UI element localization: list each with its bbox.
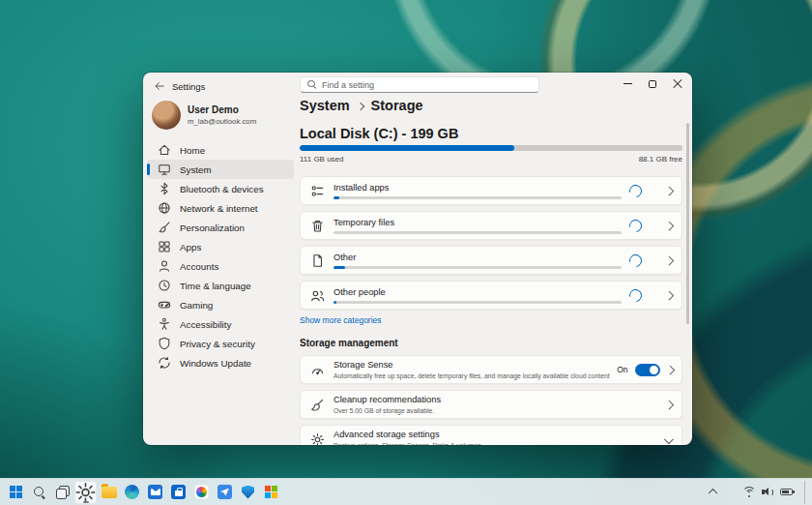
- store-button[interactable]: [167, 481, 189, 504]
- card-title: Storage Sense: [334, 360, 610, 370]
- scrollbar-thumb[interactable]: [686, 123, 689, 324]
- user-email: m_lab@outlook.com: [188, 117, 256, 126]
- category-label: Installed apps: [334, 183, 624, 193]
- sidebar-item-windows-update[interactable]: Windows Update: [147, 353, 294, 372]
- card-description: Automatically free up space, delete temp…: [334, 372, 610, 379]
- sidebar-item-label: Accessibility: [180, 319, 231, 330]
- category-progress-track: [334, 301, 622, 304]
- sidebar-item-apps[interactable]: Apps: [147, 237, 294, 256]
- card-title: Advanced storage settings: [334, 430, 481, 439]
- sidebar-item-personalization[interactable]: Personalization: [147, 218, 294, 237]
- cleanup-recommendations-card[interactable]: Cleanup recommendations Over 5.00 GB of …: [300, 390, 682, 419]
- home-icon: [158, 143, 171, 157]
- avatar[interactable]: [152, 101, 181, 130]
- category-temporary-files[interactable]: Temporary files: [300, 211, 682, 240]
- sidebar-item-label: System: [180, 164, 212, 175]
- gear-icon: [310, 432, 325, 446]
- microsoft-logo-icon: [265, 486, 277, 498]
- chevron-right-icon: [664, 290, 673, 299]
- mail-button[interactable]: [144, 481, 166, 504]
- installed-apps-icon: [310, 184, 325, 198]
- paper-plane-icon: [218, 485, 232, 499]
- sidebar-item-home[interactable]: Home: [147, 140, 294, 160]
- storage-sense-toggle[interactable]: [635, 364, 660, 376]
- advanced-storage-settings-card[interactable]: Advanced storage settings Backup options…: [300, 425, 682, 445]
- category-other[interactable]: Other: [300, 246, 682, 275]
- sidebar-item-label: Accounts: [180, 261, 218, 272]
- taskbar-search-button[interactable]: [28, 481, 50, 504]
- sidebar-item-privacy-security[interactable]: Privacy & security: [147, 334, 294, 353]
- sidebar-item-system[interactable]: System: [147, 160, 294, 179]
- sidebar-item-accounts[interactable]: Accounts: [147, 256, 294, 276]
- defender-button[interactable]: [237, 481, 259, 504]
- gamepad-icon: [158, 298, 171, 312]
- sidebar-item-bluetooth-devices[interactable]: Bluetooth & devices: [147, 179, 294, 198]
- show-more-categories-link[interactable]: Show more categories: [300, 315, 382, 325]
- breadcrumb-parent[interactable]: System: [300, 98, 350, 113]
- sidebar-item-network-internet[interactable]: Network & internet: [147, 198, 294, 218]
- start-button[interactable]: [5, 481, 27, 504]
- shield-icon: [158, 337, 171, 350]
- photos-icon: [194, 485, 209, 499]
- sidebar-item-label: Network & internet: [180, 203, 258, 214]
- tray-overflow-button[interactable]: [703, 481, 722, 504]
- file-explorer-button[interactable]: [98, 481, 120, 504]
- category-progress-fill: [334, 196, 339, 199]
- defender-shield-icon: [242, 486, 254, 499]
- card-text: Cleanup recommendations Over 5.00 GB of …: [334, 395, 441, 414]
- show-desktop-button[interactable]: [804, 481, 809, 504]
- send-app-button[interactable]: [214, 481, 236, 504]
- edge-icon: [125, 485, 139, 499]
- loading-spinner: [626, 182, 644, 199]
- sidebar: User Demo m_lab@outlook.com Home System …: [143, 73, 300, 445]
- task-view-icon: [56, 486, 70, 499]
- category-progress-fill: [334, 301, 336, 304]
- sidebar-item-time-language[interactable]: Time & language: [147, 276, 294, 295]
- category-other-people[interactable]: Other people: [300, 281, 682, 310]
- microsoft-app-button[interactable]: [260, 481, 282, 504]
- brush-icon: [158, 221, 171, 234]
- category-installed-apps[interactable]: Installed apps: [300, 176, 682, 205]
- loading-spinner: [626, 252, 644, 269]
- main-content: System Storage Local Disk (C:) - 199 GB …: [300, 73, 692, 445]
- folder-icon: [102, 487, 117, 498]
- category-progress-fill: [334, 266, 345, 269]
- tray-status-group[interactable]: [736, 481, 799, 504]
- person-icon: [158, 259, 171, 273]
- breadcrumb-chevron-icon: [356, 102, 363, 109]
- disk-usage-fill: [300, 145, 514, 151]
- category-body: Temporary files: [334, 218, 624, 234]
- disk-free-label: 88.1 GB free: [639, 155, 682, 163]
- sidebar-item-label: Bluetooth & devices: [180, 184, 264, 194]
- sidebar-item-accessibility[interactable]: Accessibility: [147, 314, 294, 334]
- disk-title: Local Disk (C:) - 199 GB: [300, 126, 458, 141]
- loading-spinner: [626, 217, 644, 234]
- photos-button[interactable]: [190, 481, 213, 504]
- storage-management-header: Storage management: [300, 338, 398, 348]
- people-icon: [310, 288, 325, 303]
- edge-button[interactable]: [121, 481, 143, 504]
- chevron-down-icon: [664, 434, 673, 443]
- taskbar-settings-button[interactable]: [74, 481, 97, 504]
- system-icon: [158, 163, 171, 176]
- card-text: Storage Sense Automatically free up spac…: [334, 360, 610, 379]
- document-icon: [310, 253, 325, 268]
- clock-icon: [158, 279, 171, 292]
- sidebar-nav: Home System Bluetooth & devices Network …: [147, 140, 294, 372]
- disk-used-label: 111 GB used: [300, 155, 344, 163]
- apps-grid-icon: [158, 240, 171, 253]
- update-icon: [158, 356, 171, 370]
- sidebar-item-gaming[interactable]: Gaming: [147, 295, 294, 314]
- volume-icon: [762, 487, 774, 497]
- card-description: Backup options, Storage Spaces, Disks & …: [334, 442, 481, 445]
- toggle-state-label: On: [617, 365, 627, 374]
- task-view-button[interactable]: [51, 481, 73, 504]
- chevron-right-icon: [664, 400, 673, 408]
- storage-sense-icon: [310, 363, 325, 377]
- storage-sense-card[interactable]: Storage Sense Automatically free up spac…: [300, 355, 682, 384]
- sidebar-item-label: Home: [180, 145, 205, 156]
- disk-usage-bar: [300, 145, 682, 151]
- card-description: Over 5.00 GB of storage available.: [334, 407, 441, 414]
- store-icon: [171, 485, 186, 499]
- sidebar-item-label: Windows Update: [180, 358, 251, 369]
